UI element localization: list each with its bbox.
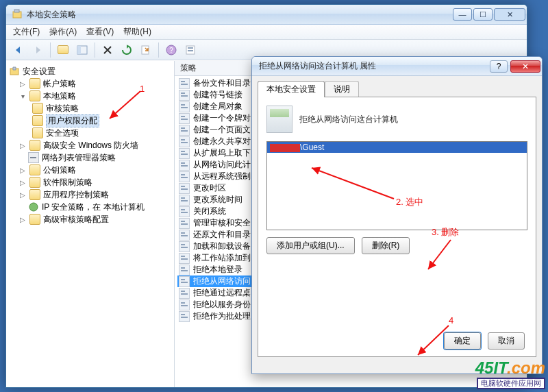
tab-strip: 本地安全设置 说明: [258, 80, 536, 97]
tree-item-user-rights[interactable]: 用户权限分配: [9, 114, 171, 127]
chevron-down-icon: ▾: [18, 92, 27, 100]
policy-icon: [179, 311, 190, 322]
chevron-right-icon: ▷: [18, 141, 27, 149]
security-icon: [9, 66, 20, 77]
folder-icon: [32, 127, 43, 138]
folder-icon: [29, 90, 40, 101]
chevron-right-icon: ▷: [18, 215, 27, 223]
window-title: 本地安全策略: [27, 9, 453, 21]
policy-icon: [179, 299, 190, 310]
window-controls: — ☐ ✕: [453, 8, 525, 21]
policy-icon: [179, 288, 190, 299]
refresh-icon[interactable]: [119, 42, 135, 58]
tree-item-account-policies[interactable]: ▷ 帐户策略: [9, 77, 171, 90]
tab-local-security[interactable]: 本地安全设置: [258, 81, 325, 97]
policy-heading: 拒绝从网络访问这台计算机: [299, 114, 398, 125]
tab-page: 拒绝从网络访问这台计算机 \Guest 添加用户或组(U)... 删除(R) 确…: [258, 97, 536, 357]
remove-button[interactable]: 删除(R): [362, 237, 410, 254]
tree-item-public-key[interactable]: ▷ 公钥策略: [9, 164, 171, 176]
add-user-button[interactable]: 添加用户或组(U)...: [266, 237, 355, 254]
users-listbox[interactable]: \Guest: [266, 141, 527, 230]
folder-icon: [29, 140, 40, 151]
menu-view[interactable]: 查看(V): [86, 26, 114, 38]
policy-icon: [179, 276, 190, 287]
tree-item-audit-policy[interactable]: 审核策略: [9, 102, 171, 114]
svg-rect-1: [14, 10, 19, 12]
up-button[interactable]: [55, 42, 71, 58]
dialog-close-button[interactable]: ✕: [510, 60, 540, 73]
tree-item-firewall[interactable]: ▷ 高级安全 Windows 防火墙: [9, 139, 171, 151]
dialog-title: 拒绝从网络访问这台计算机 属性: [259, 60, 490, 72]
folder-icon: [29, 177, 40, 188]
ok-button[interactable]: 确定: [444, 332, 481, 350]
folder-icon: [29, 214, 40, 225]
chevron-right-icon: ▷: [18, 79, 27, 88]
policy-icon: [179, 125, 190, 136]
policy-icon: [179, 241, 190, 252]
folder-icon: [32, 103, 43, 114]
folder-icon: [29, 189, 40, 200]
properties-dialog: 拒绝从网络访问这台计算机 属性 ? ✕ 本地安全设置 说明 拒绝从网络访问这台计…: [251, 56, 543, 374]
menu-action[interactable]: 操作(A): [49, 26, 77, 38]
export-icon[interactable]: [138, 42, 154, 58]
watermark: 45IT.com 电脑软硬件应用网: [475, 360, 545, 389]
policy-icon: [179, 195, 190, 206]
policy-icon: [179, 206, 190, 217]
titlebar: 本地安全策略 — ☐ ✕: [6, 5, 527, 25]
tree-item-software-restriction[interactable]: ▷ 软件限制策略: [9, 176, 171, 188]
svg-point-11: [29, 203, 38, 211]
policy-icon: [28, 152, 39, 163]
tree-item-app-control[interactable]: ▷ 应用程序控制策略: [9, 188, 171, 201]
tree-item-ipsec[interactable]: IP 安全策略，在 本地计算机: [9, 201, 171, 213]
tab-explain[interactable]: 说明: [325, 81, 359, 97]
show-hide-tree-button[interactable]: [74, 42, 90, 58]
tree-pane: 安全设置 ▷ 帐户策略 ▾ 本地策略 审核策略 用户权限分配: [6, 61, 175, 387]
menu-help[interactable]: 帮助(H): [123, 26, 151, 38]
forward-button[interactable]: [29, 42, 46, 58]
svg-rect-8: [188, 47, 193, 49]
svg-rect-3: [77, 46, 81, 54]
policy-icon: [179, 136, 190, 147]
chevron-right-icon: ▷: [18, 166, 27, 174]
tree-item-local-policies[interactable]: ▾ 本地策略: [9, 90, 171, 102]
properties-icon[interactable]: [182, 42, 199, 58]
redacted-block: [270, 144, 300, 152]
tree-item-security-options[interactable]: 安全选项: [9, 127, 171, 139]
policy-icon: [179, 101, 190, 112]
dialog-help-button[interactable]: ?: [490, 60, 508, 73]
folder-icon: [29, 164, 40, 175]
policy-icon: [179, 253, 190, 264]
tree-root[interactable]: 安全设置: [9, 65, 171, 77]
maximize-button[interactable]: ☐: [473, 8, 493, 21]
server-icon: [266, 106, 292, 133]
policy-icon: [179, 78, 190, 89]
menu-bar: 文件(F) 操作(A) 查看(V) 帮助(H): [6, 25, 527, 40]
policy-icon: [179, 171, 190, 182]
svg-rect-9: [188, 50, 193, 51]
dialog-titlebar: 拒绝从网络访问这台计算机 属性 ? ✕: [252, 57, 542, 76]
close-button[interactable]: ✕: [494, 8, 525, 21]
delete-icon[interactable]: [99, 42, 116, 58]
minimize-button[interactable]: —: [453, 8, 472, 21]
help-icon[interactable]: ?: [163, 42, 179, 58]
tree-item-advanced-audit[interactable]: ▷ 高级审核策略配置: [9, 213, 171, 225]
app-icon: [12, 9, 23, 20]
menu-file[interactable]: 文件(F): [13, 26, 40, 38]
svg-text:?: ?: [169, 47, 173, 54]
chevron-right-icon: ▷: [18, 191, 27, 199]
policy-icon: [179, 148, 190, 159]
policy-icon: [179, 160, 190, 171]
policy-icon: [179, 90, 190, 101]
tree-item-network-list[interactable]: 网络列表管理器策略: [9, 151, 171, 164]
back-button[interactable]: [10, 42, 27, 58]
policy-icon: [179, 265, 190, 275]
policy-icon: [179, 230, 190, 241]
chevron-right-icon: ▷: [18, 178, 27, 186]
folder-icon: [32, 115, 43, 126]
folder-icon: [29, 78, 40, 89]
cancel-button[interactable]: 取消: [488, 332, 525, 350]
ipsec-icon: [28, 201, 39, 212]
policy-icon: [179, 113, 190, 124]
policy-icon: [179, 183, 190, 194]
list-item-guest[interactable]: \Guest: [267, 142, 527, 153]
